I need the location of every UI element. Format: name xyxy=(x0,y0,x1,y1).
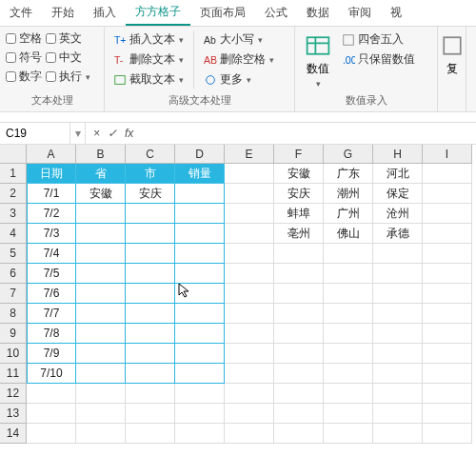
cell-E8[interactable] xyxy=(225,304,274,324)
cell-G13[interactable] xyxy=(324,404,373,424)
cell-A4[interactable]: 7/3 xyxy=(27,224,76,244)
select-all-corner[interactable] xyxy=(0,145,27,164)
cell-E12[interactable] xyxy=(225,384,274,404)
cell-E9[interactable] xyxy=(225,324,274,344)
row-header-4[interactable]: 4 xyxy=(0,224,27,244)
col-header-D[interactable]: D xyxy=(175,145,225,164)
cell-E6[interactable] xyxy=(225,264,274,284)
cell-F2[interactable]: 安庆 xyxy=(274,184,324,204)
checkbox-中文[interactable]: 中文 xyxy=(46,50,90,66)
btn-插入文本[interactable]: T+插入文本▾ xyxy=(110,30,187,49)
cell-D6[interactable] xyxy=(175,264,225,284)
row-header-7[interactable]: 7 xyxy=(0,284,27,304)
cell-I14[interactable] xyxy=(423,424,472,444)
cell-F13[interactable] xyxy=(274,404,324,424)
cell-B11[interactable] xyxy=(76,364,126,384)
cell-G12[interactable] xyxy=(324,384,373,404)
cell-I6[interactable] xyxy=(423,264,472,284)
row-header-3[interactable]: 3 xyxy=(0,204,27,224)
row-header-12[interactable]: 12 xyxy=(0,384,27,404)
cell-C5[interactable] xyxy=(126,244,175,264)
cell-H6[interactable] xyxy=(373,264,423,284)
cell-H4[interactable]: 承德 xyxy=(373,224,423,244)
cell-G9[interactable] xyxy=(324,324,373,344)
ribbon-tab-8[interactable]: 视 xyxy=(381,0,411,26)
cell-E10[interactable] xyxy=(225,344,274,364)
cell-G2[interactable]: 潮州 xyxy=(324,184,373,204)
cell-D12[interactable] xyxy=(175,384,225,404)
cell-H2[interactable]: 保定 xyxy=(373,184,423,204)
checkbox-执行[interactable]: 执行▾ xyxy=(46,69,90,85)
col-header-I[interactable]: I xyxy=(423,145,472,164)
cell-H13[interactable] xyxy=(373,404,423,424)
btn-四舍五入[interactable]: 四舍五入 xyxy=(339,30,418,49)
cell-F14[interactable] xyxy=(274,424,324,444)
cell-D13[interactable] xyxy=(175,404,225,424)
cell-G10[interactable] xyxy=(324,344,373,364)
row-header-11[interactable]: 11 xyxy=(0,364,27,384)
cell-H11[interactable] xyxy=(373,364,423,384)
checkbox-空格[interactable]: 空格 xyxy=(6,30,42,47)
col-header-C[interactable]: C xyxy=(126,145,175,164)
row-header-5[interactable]: 5 xyxy=(0,244,27,264)
row-header-14[interactable]: 14 xyxy=(0,424,27,444)
row-header-9[interactable]: 9 xyxy=(0,324,27,344)
checkbox-数字[interactable]: 数字 xyxy=(6,69,42,85)
cell-A13[interactable] xyxy=(27,404,76,424)
cell-D5[interactable] xyxy=(175,244,225,264)
cell-B12[interactable] xyxy=(76,384,126,404)
name-box-dropdown[interactable]: ▾ xyxy=(70,123,86,144)
btn-更多[interactable]: 更多▾ xyxy=(201,70,277,89)
col-header-E[interactable]: E xyxy=(225,145,274,164)
col-header-B[interactable]: B xyxy=(76,145,126,164)
ribbon-tab-7[interactable]: 审阅 xyxy=(339,0,381,26)
cell-I4[interactable] xyxy=(423,224,472,244)
cell-C11[interactable] xyxy=(126,364,175,384)
row-header-8[interactable]: 8 xyxy=(0,304,27,324)
ribbon-tab-4[interactable]: 页面布局 xyxy=(190,0,255,26)
cell-F12[interactable] xyxy=(274,384,324,404)
cell-I1[interactable] xyxy=(423,164,472,184)
cell-G11[interactable] xyxy=(324,364,373,384)
row-header-1[interactable]: 1 xyxy=(0,164,27,184)
cell-A10[interactable]: 7/9 xyxy=(27,344,76,364)
ribbon-tab-5[interactable]: 公式 xyxy=(255,0,297,26)
cell-A3[interactable]: 7/2 xyxy=(27,204,76,224)
btn-截取文本[interactable]: 截取文本▾ xyxy=(110,70,187,89)
cell-H5[interactable] xyxy=(373,244,423,264)
cell-F5[interactable] xyxy=(274,244,324,264)
checkbox-符号[interactable]: 符号 xyxy=(6,50,42,66)
ribbon-tab-6[interactable]: 数据 xyxy=(297,0,339,26)
cell-C8[interactable] xyxy=(126,304,175,324)
cell-G6[interactable] xyxy=(324,264,373,284)
cell-G7[interactable] xyxy=(324,284,373,304)
cell-A7[interactable]: 7/6 xyxy=(27,284,76,304)
cell-F9[interactable] xyxy=(274,324,324,344)
btn-只保留数值[interactable]: .00只保留数值 xyxy=(339,50,418,69)
row-header-10[interactable]: 10 xyxy=(0,344,27,364)
cell-B9[interactable] xyxy=(76,324,126,344)
cell-F8[interactable] xyxy=(274,304,324,324)
cell-E14[interactable] xyxy=(225,424,274,444)
cell-D3[interactable] xyxy=(175,204,225,224)
cell-G1[interactable]: 广东 xyxy=(324,164,373,184)
cell-B3[interactable] xyxy=(76,204,126,224)
cell-D7[interactable] xyxy=(175,284,225,304)
checkbox-英文[interactable]: 英文 xyxy=(46,30,90,47)
cell-E7[interactable] xyxy=(225,284,274,304)
cell-E3[interactable] xyxy=(225,204,274,224)
cell-D10[interactable] xyxy=(175,344,225,364)
cell-F6[interactable] xyxy=(274,264,324,284)
cell-B5[interactable] xyxy=(76,244,126,264)
cell-A8[interactable]: 7/7 xyxy=(27,304,76,324)
cell-B4[interactable] xyxy=(76,224,126,244)
cell-D4[interactable] xyxy=(175,224,225,244)
btn-删除空格[interactable]: AB删除空格▾ xyxy=(201,50,277,69)
cell-B1[interactable]: 省 xyxy=(76,164,126,184)
name-box[interactable]: C19 xyxy=(0,123,70,144)
cell-D1[interactable]: 销量 xyxy=(175,164,225,184)
cell-H1[interactable]: 河北 xyxy=(373,164,423,184)
col-header-G[interactable]: G xyxy=(324,145,373,164)
cell-F10[interactable] xyxy=(274,344,324,364)
cell-C12[interactable] xyxy=(126,384,175,404)
